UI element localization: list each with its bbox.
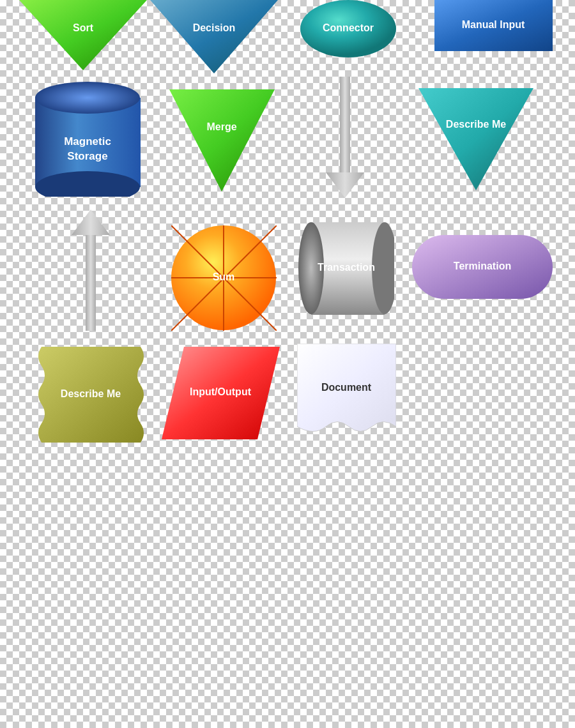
transaction-shape[interactable]: Transaction <box>298 222 394 315</box>
describe-me-tri-shape[interactable]: Describe Me <box>418 88 533 190</box>
sort-label: Sort <box>73 22 94 33</box>
transaction-label: Transaction <box>318 262 375 273</box>
svg-marker-7 <box>169 89 275 192</box>
manual-input-svg: Manual Input <box>434 0 553 51</box>
termination-svg: Termination <box>412 235 553 299</box>
connector-shape[interactable]: Connector <box>300 0 396 57</box>
manual-input-label: Manual Input <box>462 19 525 30</box>
termination-shape[interactable]: Termination <box>412 235 553 299</box>
transaction-svg: Transaction <box>298 222 394 315</box>
decision-label: Decision <box>193 22 236 33</box>
svg-rect-8 <box>340 77 350 172</box>
arrow-down-svg <box>326 77 364 198</box>
manual-input-shape[interactable]: Manual Input <box>434 0 553 51</box>
describe-me-tri-label: Describe Me <box>446 119 506 130</box>
describe-me-wavy-svg: Describe Me <box>35 347 147 443</box>
describe-me-wavy-shape[interactable]: Describe Me <box>35 347 147 443</box>
sort-svg: Sort <box>19 0 147 70</box>
document-shape[interactable]: Document <box>297 344 396 444</box>
merge-svg: Merge <box>169 89 275 192</box>
sum-label: Sum <box>213 271 235 282</box>
svg-marker-11 <box>72 209 110 235</box>
magnetic-storage-label1: Magnetic <box>64 135 111 148</box>
describe-me-tri-svg: Describe Me <box>418 88 533 190</box>
svg-marker-9 <box>326 172 364 198</box>
sum-shape[interactable]: Sum <box>171 225 277 331</box>
magnetic-storage-shape[interactable]: Magnetic Storage <box>35 82 141 197</box>
sort-shape[interactable]: Sort <box>19 0 147 70</box>
merge-shape[interactable]: Merge <box>169 89 275 192</box>
arrow-up-svg <box>72 209 110 331</box>
svg-marker-10 <box>418 88 533 190</box>
sum-svg: Sum <box>171 225 277 331</box>
decision-shape[interactable]: Decision <box>150 0 278 73</box>
input-output-svg: Input/Output <box>162 347 280 439</box>
document-label: Document <box>321 382 372 393</box>
input-output-shape[interactable]: Input/Output <box>162 347 280 439</box>
arrow-up-shape <box>72 209 110 331</box>
decision-svg: Decision <box>150 0 278 73</box>
svg-marker-0 <box>19 0 147 70</box>
svg-marker-1 <box>150 0 278 73</box>
document-svg: Document <box>297 344 396 444</box>
svg-point-5 <box>35 82 140 114</box>
input-output-label: Input/Output <box>190 386 252 397</box>
describe-me-wavy-label: Describe Me <box>61 388 121 399</box>
termination-label: Termination <box>454 261 511 271</box>
arrow-down-shape <box>326 77 364 198</box>
magnetic-storage-label2: Storage <box>67 150 107 162</box>
connector-svg: Connector <box>300 0 396 57</box>
connector-label: Connector <box>323 22 374 33</box>
svg-rect-12 <box>86 235 96 331</box>
magnetic-storage-svg: Magnetic Storage <box>35 82 141 197</box>
merge-label: Merge <box>206 121 236 132</box>
